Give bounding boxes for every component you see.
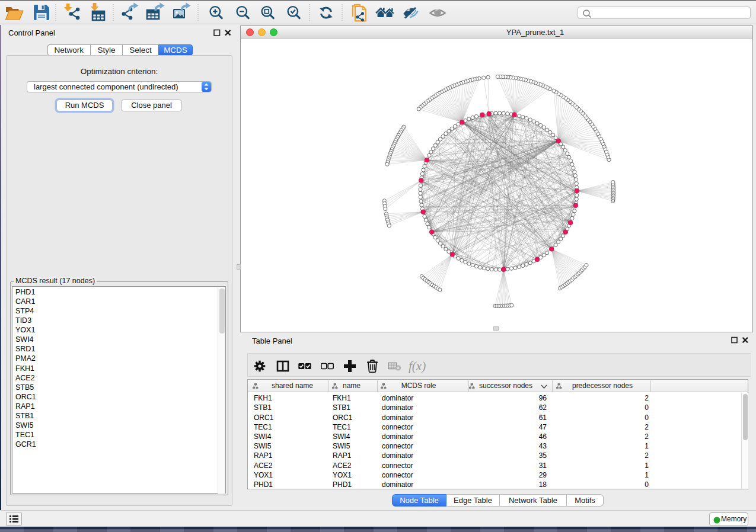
svg-text:f(x): f(x) — [409, 359, 426, 373]
